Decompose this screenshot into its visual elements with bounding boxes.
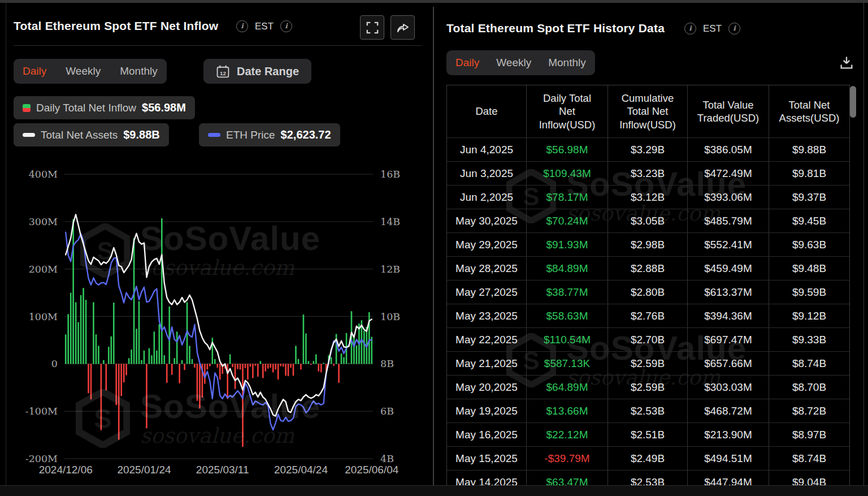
inflow-bar bbox=[257, 364, 259, 377]
inflow-bar bbox=[315, 355, 317, 364]
inflow-cell: $56.98M bbox=[527, 138, 608, 162]
tab-monthly[interactable]: Monthly bbox=[548, 57, 586, 69]
y-axis-tick-right: 10B bbox=[380, 311, 400, 322]
inflow-bar bbox=[75, 302, 77, 364]
inflow-bar bbox=[262, 364, 264, 378]
inflow-bar bbox=[90, 364, 92, 399]
table-row[interactable]: May 29,2025$91.93M$2.98B$552.41M$9.63B bbox=[447, 233, 849, 257]
inflow-bar bbox=[237, 364, 238, 369]
history-data-table[interactable]: DateDaily TotalNetInflow(USD)CumulativeT… bbox=[446, 85, 850, 494]
table-period-tabs: Daily Weekly Monthly bbox=[446, 50, 595, 75]
inflow-bar bbox=[277, 364, 279, 379]
inflow-bar bbox=[88, 364, 89, 393]
y-axis-tick-right: 8B bbox=[380, 358, 394, 369]
inflow-cell: $38.77M bbox=[527, 281, 608, 304]
inflow-bar bbox=[308, 361, 310, 364]
inflow-bar bbox=[280, 364, 281, 366]
date-range-button[interactable]: 12 Date Range bbox=[203, 59, 311, 84]
inflow-cell: $84.89M bbox=[527, 257, 608, 281]
x-axis-tick: 2025/04/24 bbox=[274, 464, 328, 476]
date-cell: May 15,2025 bbox=[447, 447, 527, 471]
table-row[interactable]: Jun 2,2025$78.17M$3.12B$393.06M$9.37B bbox=[447, 186, 849, 209]
inflow-bar bbox=[303, 314, 305, 364]
share-button[interactable] bbox=[390, 15, 415, 40]
tab-weekly[interactable]: Weekly bbox=[66, 65, 101, 77]
net-inflow-chart[interactable]: 400M16B300M14B200M12B100M10B08B-100M6B-2… bbox=[8, 165, 426, 482]
inflow-bar bbox=[131, 350, 132, 364]
table-row[interactable]: May 30,2025$70.24M$3.05B$485.79M$9.45B bbox=[447, 209, 849, 233]
table-row[interactable]: May 15,2025-$39.79M$2.49B$494.51M$8.74B bbox=[447, 447, 849, 471]
assets-cell: $9.88B bbox=[769, 138, 849, 162]
info-icon[interactable]: i bbox=[236, 20, 248, 32]
cumulative-cell: $2.80B bbox=[608, 281, 688, 304]
inflow-bar bbox=[275, 364, 276, 369]
table-row[interactable]: May 28,2025$84.89M$2.88B$459.49M$9.48B bbox=[447, 257, 849, 281]
inflow-bar bbox=[232, 364, 233, 367]
inflow-bar bbox=[295, 346, 297, 364]
inflow-bar bbox=[320, 364, 322, 372]
inflow-bar bbox=[106, 364, 107, 390]
table-row[interactable]: Jun 4,2025$56.98M$3.29B$386.05M$9.88B bbox=[447, 138, 849, 162]
table-row[interactable]: May 21,2025$587.13K$2.59B$657.66M$8.74B bbox=[447, 352, 849, 376]
legend-inflow-value: $56.98M bbox=[142, 101, 186, 114]
table-row[interactable]: May 20,2025$64.89M$2.59B$303.03M$8.70B bbox=[447, 376, 849, 399]
table-row[interactable]: May 22,2025$110.54M$2.70B$697.47M$9.33B bbox=[447, 328, 849, 352]
table-row[interactable]: May 16,2025$22.12M$2.51B$213.90M$8.97B bbox=[447, 423, 849, 447]
inflow-bar bbox=[318, 364, 319, 371]
legend-inflow[interactable]: Daily Total Net Inflow $56.98M bbox=[14, 96, 195, 119]
inflow-bar bbox=[214, 359, 216, 364]
table-row[interactable]: May 19,2025$13.66M$2.53B$468.72M$8.72B bbox=[447, 399, 849, 423]
table-row[interactable]: May 23,2025$58.63M$2.76B$394.36M$9.12B bbox=[447, 304, 849, 328]
tab-monthly[interactable]: Monthly bbox=[120, 65, 158, 77]
inflow-bar bbox=[247, 364, 249, 379]
inflow-bar bbox=[260, 361, 262, 364]
chart-period-tabs: Daily Weekly Monthly bbox=[14, 59, 167, 84]
x-axis-tick: 2025/01/24 bbox=[117, 464, 171, 476]
fullscreen-button[interactable] bbox=[360, 15, 384, 40]
tab-daily[interactable]: Daily bbox=[23, 65, 46, 77]
legend-eth-price[interactable]: ETH Price $2,623.72 bbox=[199, 123, 340, 146]
info-icon[interactable]: i bbox=[728, 23, 740, 34]
y-axis-tick-right: 16B bbox=[380, 169, 400, 180]
table-panel-title: Total Ethereum Spot ETF History Data bbox=[446, 21, 665, 35]
cumulative-cell: $2.59B bbox=[608, 376, 688, 399]
date-cell: May 22,2025 bbox=[447, 328, 527, 352]
assets-cell: $9.12B bbox=[769, 304, 849, 328]
inflow-bar bbox=[96, 334, 97, 364]
cumulative-cell: $3.12B bbox=[608, 186, 688, 209]
inflow-bar bbox=[305, 334, 307, 364]
tab-weekly[interactable]: Weekly bbox=[496, 57, 531, 69]
inflow-bar bbox=[83, 288, 84, 364]
traded-cell: $386.05M bbox=[688, 138, 769, 162]
table-row[interactable]: May 27,2025$38.77M$2.80B$613.37M$9.59B bbox=[447, 281, 849, 304]
inflow-bar bbox=[110, 337, 112, 364]
y-axis-tick-left: -200M bbox=[25, 453, 58, 464]
info-icon[interactable]: i bbox=[280, 20, 292, 32]
column-header: Date bbox=[447, 85, 527, 138]
cumulative-cell: $2.51B bbox=[608, 423, 688, 447]
inflow-bar bbox=[154, 331, 155, 364]
inflow-bar bbox=[98, 346, 99, 364]
inflow-bar bbox=[209, 364, 211, 366]
legend-assets[interactable]: Total Net Assets $9.88B bbox=[14, 123, 169, 146]
info-icon[interactable]: i bbox=[684, 23, 696, 34]
assets-cell: $9.45B bbox=[769, 209, 849, 233]
inflow-bar bbox=[151, 355, 153, 364]
date-range-label: Date Range bbox=[237, 65, 299, 78]
x-axis-tick: 2025/06/04 bbox=[345, 464, 399, 476]
assets-swatch-icon bbox=[23, 133, 35, 137]
download-button[interactable] bbox=[837, 54, 856, 72]
table-row[interactable]: Jun 3,2025$109.43M$3.23B$472.49M$9.81B bbox=[447, 162, 849, 186]
inflow-bar bbox=[85, 300, 87, 364]
inflow-bar bbox=[125, 364, 127, 375]
download-icon bbox=[839, 55, 854, 71]
assets-cell: $9.81B bbox=[769, 162, 849, 186]
date-cell: Jun 4,2025 bbox=[447, 138, 527, 162]
inflow-cell: $78.17M bbox=[527, 186, 608, 209]
table-scrollbar-thumb[interactable] bbox=[850, 86, 856, 118]
inflow-bar bbox=[235, 364, 236, 389]
date-cell: May 20,2025 bbox=[447, 376, 527, 399]
traded-cell: $303.03M bbox=[688, 376, 769, 399]
tab-daily[interactable]: Daily bbox=[455, 57, 479, 69]
legend-eth-value: $2,623.72 bbox=[281, 128, 331, 141]
